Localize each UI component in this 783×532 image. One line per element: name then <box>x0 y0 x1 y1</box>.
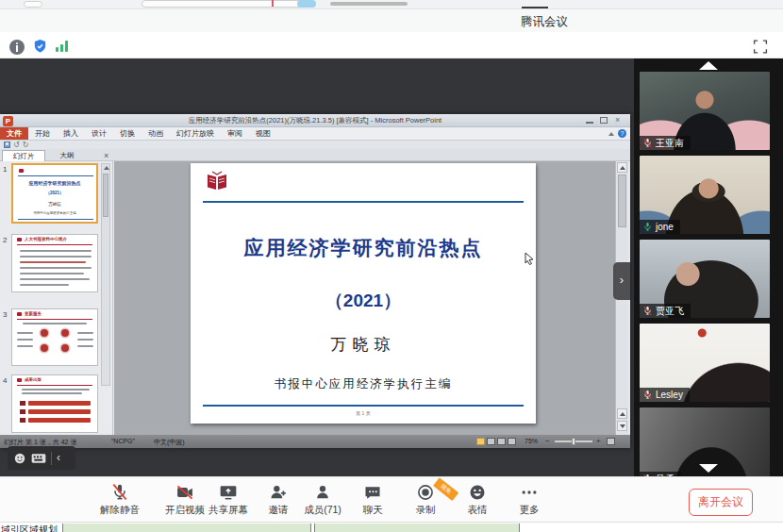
zoom-out-icon[interactable]: − <box>545 437 550 445</box>
slide-thumbnail-4[interactable]: 成果出版 <box>11 374 98 433</box>
scroll-up-button[interactable] <box>617 162 627 173</box>
thumb1-author: 万晓琼 <box>13 202 96 207</box>
tab-outline[interactable]: 大纲 <box>49 150 85 161</box>
help-icon[interactable]: ? <box>618 129 626 138</box>
slide-thumbnail-3[interactable]: 查新服务 <box>11 308 98 366</box>
leave-meeting-button[interactable]: 离开会议 <box>689 489 753 516</box>
ribbon-tab-file[interactable]: 文件 <box>0 127 28 140</box>
restore-icon[interactable] <box>600 117 608 124</box>
participant-tile[interactable]: 王亚南 <box>640 72 770 150</box>
chevron-left-icon[interactable]: ‹ <box>57 446 60 470</box>
background-window-strip <box>0 0 783 9</box>
members-button[interactable]: 成员(71) <box>294 483 351 517</box>
participant-name: 王亚南 <box>656 137 684 150</box>
mouse-cursor <box>525 252 535 265</box>
background-tab <box>24 1 42 8</box>
scrollbar-thumb[interactable] <box>103 174 108 217</box>
zoom-slider-thumb[interactable] <box>572 438 575 445</box>
slide-thumbnail-panel: 1 应用经济学研究前沿热点 （2021） 万晓琼 书报中心应用经济学执行主编 2… <box>0 161 113 435</box>
slide-thumbnail-2[interactable]: 人大书报资料中心简介 <box>11 234 98 292</box>
ribbon-tab-insert[interactable]: 插入 <box>57 127 85 140</box>
fit-to-window-icon[interactable] <box>607 438 615 445</box>
chevron-right-icon: › <box>620 273 624 287</box>
background-underline <box>522 7 548 8</box>
slide-year: （2021） <box>191 289 536 313</box>
share-screen-label: 共享屏幕 <box>200 504 257 517</box>
tencent-meeting-window: 腾讯会议 29:27 演讲者视图 P 应用经济学研究前沿热点(2021)(万晓琼… <box>0 0 783 532</box>
collapse-ribbon-icon[interactable] <box>608 132 614 136</box>
camera-muted-icon <box>175 483 195 502</box>
previous-slide-button[interactable] <box>617 408 627 419</box>
chat-button[interactable]: 聊天 <box>344 483 401 517</box>
slide-thumbnail-1[interactable]: 应用经济学研究前沿热点 （2021） 万晓琼 书报中心应用经济学执行主编 <box>11 163 98 224</box>
mic-muted-icon <box>642 306 653 316</box>
normal-view-icon[interactable] <box>476 438 485 445</box>
ppt-titlebar[interactable]: P 应用经济学研究前沿热点(2021)(万晓琼.21.3.5) [兼容模式] -… <box>0 114 630 127</box>
zoom-in-icon[interactable]: + <box>596 437 601 445</box>
fullscreen-icon[interactable] <box>752 39 769 55</box>
invite-person-icon <box>268 483 289 502</box>
security-shield-icon[interactable] <box>32 38 48 55</box>
thumb-number: 3 <box>3 310 7 319</box>
next-slide-button[interactable] <box>617 421 627 431</box>
logo-mini <box>17 378 22 382</box>
floating-tools-panel[interactable]: ‹ <box>8 446 75 470</box>
scroll-down-triangle-icon[interactable] <box>699 464 718 473</box>
background-partial-text: 域引区域规划 <box>1 524 58 532</box>
mic-muted-icon <box>109 483 130 502</box>
participant-tile[interactable]: jone <box>640 156 770 234</box>
thumb1-subtitle: 书报中心应用经济学执行主编 <box>13 211 96 215</box>
meeting-titlebar: 腾讯会议 <box>0 9 783 32</box>
slide-bottom-rule <box>203 405 524 407</box>
participant-nametag: 王亚南 <box>640 136 691 150</box>
save-icon[interactable] <box>4 141 10 148</box>
participant-tile[interactable]: 贾亚飞 <box>640 240 770 318</box>
share-screen-button[interactable]: 共享屏幕 <box>200 483 257 517</box>
participant-name: Lesley <box>656 390 683 400</box>
scroll-up-icon[interactable] <box>104 166 109 170</box>
undo-icon[interactable]: ↺ <box>13 141 20 149</box>
mic-muted-icon <box>642 390 653 400</box>
ribbon-tab-animations[interactable]: 动画 <box>142 127 170 140</box>
unmute-button[interactable]: 解除静音 <box>92 483 148 517</box>
slide-footer: 第 1 页 <box>191 410 536 416</box>
scrollbar-thumb[interactable] <box>618 175 626 227</box>
reading-view-icon[interactable] <box>497 438 506 445</box>
minimize-icon[interactable] <box>586 122 593 124</box>
slide-top-rule <box>203 201 524 203</box>
zoom-slider[interactable] <box>555 441 592 442</box>
tab-slides[interactable]: 幻灯片 <box>2 150 45 161</box>
ribbon-tab-view[interactable]: 视图 <box>249 127 277 140</box>
keyboard-icon[interactable] <box>31 453 46 464</box>
info-icon[interactable] <box>9 40 25 55</box>
redo-icon[interactable]: ↻ <box>23 141 29 149</box>
more-dots-icon <box>519 483 540 502</box>
thumb1-year: （2021） <box>13 191 96 195</box>
background-window-bottom-strip: 域引区域规划 <box>0 522 783 532</box>
meeting-bottom-toolbar: 解除静音 开启视频 共享屏幕 邀请 成员(71) <box>0 476 783 522</box>
ribbon-tab-review[interactable]: 审阅 <box>221 127 249 140</box>
scroll-up-triangle-icon[interactable] <box>699 61 718 70</box>
emoji-button[interactable]: 表情 <box>449 483 506 517</box>
ribbon-tab-home[interactable]: 开始 <box>28 127 57 140</box>
ribbon-tab-transitions[interactable]: 切换 <box>113 127 142 140</box>
slide-sorter-icon[interactable] <box>487 438 495 445</box>
thumbnail-scrollbar[interactable] <box>101 163 110 386</box>
ribbon-tab-slideshow[interactable]: 幻灯片放映 <box>170 127 221 140</box>
thumb2-title: 人大书报资料中心简介 <box>25 237 67 241</box>
share-screen-icon <box>218 483 239 502</box>
slideshow-view-icon[interactable] <box>508 438 516 445</box>
slide-editing-area: 应用经济学研究前沿热点 （2021） 万晓琼 书报中心应用经济学执行主编 第 1… <box>114 161 615 435</box>
slide-title: 应用经济学研究前沿热点 <box>191 235 536 261</box>
emoji-icon[interactable] <box>13 452 26 465</box>
ribbon-tab-design[interactable]: 设计 <box>85 127 113 140</box>
close-panel-icon[interactable]: × <box>104 150 108 161</box>
more-button[interactable]: 更多 <box>501 483 558 517</box>
more-label: 更多 <box>501 504 558 517</box>
close-icon[interactable]: × <box>615 116 620 125</box>
sidebar-toggle-handle[interactable]: › <box>613 262 630 300</box>
ppt-window-title: 应用经济学研究前沿热点(2021)(万晓琼.21.3.5) [兼容模式] - M… <box>189 116 441 125</box>
network-signal-icon[interactable] <box>56 41 68 52</box>
current-slide[interactable]: 应用经济学研究前沿热点 （2021） 万晓琼 书报中心应用经济学执行主编 第 1… <box>191 163 536 424</box>
participant-tile[interactable]: Lesley <box>640 324 770 402</box>
